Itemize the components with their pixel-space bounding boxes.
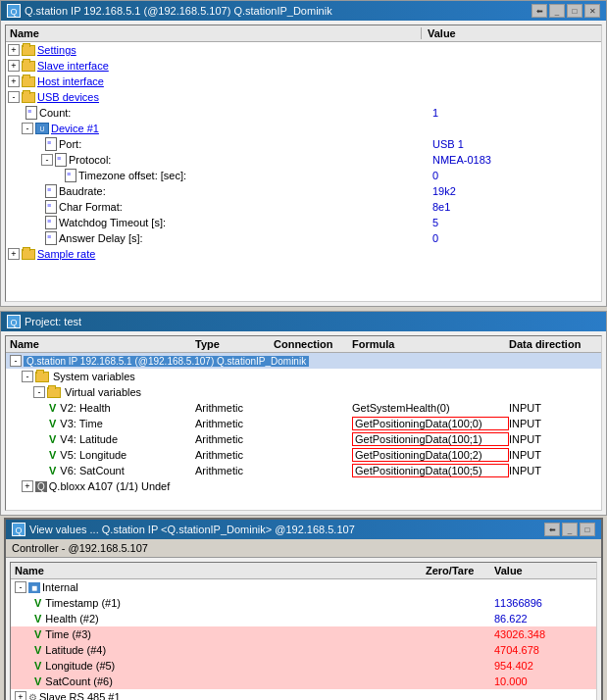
tree-row-count[interactable]: Count: 1 xyxy=(6,105,601,121)
proj-row-qbloxx[interactable]: + Q Q.bloxx A107 (1/1) Undef xyxy=(6,478,601,494)
proj-row-sysvars[interactable]: - System variables xyxy=(6,369,601,384)
formula-v5: GetPositioningData(100;2) xyxy=(352,448,509,462)
doc-icon-count xyxy=(25,106,37,120)
vv-row-time3[interactable]: V Time (#3) 43026.348 xyxy=(11,626,596,642)
proj-row-virtvars[interactable]: - Virtual variables xyxy=(6,384,601,400)
value-baudrate: 19k2 xyxy=(425,185,601,197)
expand-samplerate[interactable]: + xyxy=(8,248,20,260)
expand-slave-rs[interactable]: + xyxy=(15,691,26,700)
vv-table-header: Name Zero/Tare Value xyxy=(11,563,596,579)
label-v6: V6: SatCount xyxy=(60,465,124,476)
proj-row-v2[interactable]: V V2: Health Arithmetic GetSystemHealth(… xyxy=(6,400,601,416)
expand-slave[interactable]: + xyxy=(8,60,20,72)
label-qbloxx: Q.bloxx A107 (1/1) Undef xyxy=(49,480,171,492)
window-close-btn[interactable]: ✕ xyxy=(584,4,600,18)
proj-header-name: Name xyxy=(10,338,195,350)
v-icon-v5: V xyxy=(49,449,56,461)
label-sat: SatCount (#6) xyxy=(45,675,112,687)
tree-row-settings[interactable]: + Settings xyxy=(6,42,601,58)
internal-root-label: Internal xyxy=(42,581,78,593)
expand-virtvars[interactable]: - xyxy=(33,386,45,398)
folder-icon-samplerate xyxy=(22,249,35,260)
window-back-btn[interactable]: ⬅ xyxy=(531,4,547,18)
label-health: Health (#2) xyxy=(45,613,98,625)
vv-row-slave[interactable]: + ⚙ Slave RS 485 #1 xyxy=(11,689,596,700)
tree-row-device1[interactable]: - U Device #1 xyxy=(6,121,601,136)
proj-root-row[interactable]: - Q.station IP 192.168.5.1 (@192.168.5.1… xyxy=(6,353,601,369)
header-value: Value xyxy=(421,27,597,39)
vv-row-sat[interactable]: V SatCount (#6) 10.000 xyxy=(11,674,596,689)
tree-row-protocol[interactable]: - Protocol: NMEA-0183 xyxy=(6,152,601,168)
window-minimize-btn[interactable]: _ xyxy=(549,4,565,18)
vv-row-health[interactable]: V Health (#2) 86.622 xyxy=(11,611,596,626)
tree-row-watchdog[interactable]: Watchdog Timeout [s]: 5 xyxy=(6,215,601,230)
label-settings[interactable]: Settings xyxy=(37,44,76,56)
expand-qbloxx[interactable]: + xyxy=(22,480,33,492)
v-icon-lat: V xyxy=(34,644,41,656)
vv-row-internal[interactable]: - ■ Internal xyxy=(11,579,596,595)
doc-icon-port xyxy=(45,137,57,151)
tree-row-timezone[interactable]: Timezone offset: [sec]: 0 xyxy=(6,168,601,183)
tree-row-slave[interactable]: + Slave interface xyxy=(6,58,601,74)
label-host[interactable]: Host interface xyxy=(37,75,104,87)
vv-header-value: Value xyxy=(494,565,592,576)
label-samplerate[interactable]: Sample rate xyxy=(37,248,95,260)
type-v3: Arithmetic xyxy=(195,418,274,429)
expand-usb[interactable]: - xyxy=(8,91,20,103)
top-window-title: Q.station IP 192.168.5.1 (@192.168.5.107… xyxy=(25,5,332,17)
folder-icon-settings xyxy=(22,45,35,56)
tree-row-port[interactable]: Port: USB 1 xyxy=(6,136,601,152)
doc-icon-baudrate xyxy=(45,184,57,198)
vv-maximize-btn[interactable]: □ xyxy=(580,523,595,536)
vv-minimize-btn[interactable]: _ xyxy=(562,523,578,536)
label-charformat: Char Format: xyxy=(59,201,123,213)
expand-internal[interactable]: - xyxy=(15,581,26,593)
label-baudrate: Baudrate: xyxy=(59,185,106,197)
label-v3: V3: Time xyxy=(60,418,102,429)
formula-v2: GetSystemHealth(0) xyxy=(352,402,509,414)
dir-v5: INPUT xyxy=(509,449,597,461)
value-count: 1 xyxy=(425,107,601,119)
expand-sysvars[interactable]: - xyxy=(22,371,33,382)
value-answerdelay: 0 xyxy=(425,232,601,244)
label-v5: V5: Longitude xyxy=(60,449,126,461)
expand-device1[interactable]: - xyxy=(22,123,33,134)
label-usb[interactable]: USB devices xyxy=(37,91,99,103)
vv-row-lat[interactable]: V Latitude (#4) 4704.678 xyxy=(11,642,596,658)
expand-host[interactable]: + xyxy=(8,75,20,87)
expand-settings[interactable]: + xyxy=(8,44,20,56)
label-device1[interactable]: Device #1 xyxy=(51,123,99,134)
expand-root[interactable]: - xyxy=(10,355,22,367)
project-window-icon: Q xyxy=(7,315,21,328)
folder-icon-host xyxy=(22,76,35,87)
dir-v6: INPUT xyxy=(509,465,597,476)
tree-row-answerdelay[interactable]: Answer Delay [s]: 0 xyxy=(6,230,601,246)
value-lat: 4704.678 xyxy=(494,644,592,656)
top-window: Q Q.station IP 192.168.5.1 (@192.168.5.1… xyxy=(0,0,607,307)
vv-controller-label: Controller - @192.168.5.107 xyxy=(6,539,601,558)
expand-protocol[interactable]: - xyxy=(41,154,53,166)
proj-row-v3[interactable]: V V3: Time Arithmetic GetPositioningData… xyxy=(6,416,601,431)
label-count: Count: xyxy=(39,107,71,119)
tree-row-charformat[interactable]: Char Format: 8e1 xyxy=(6,199,601,215)
value-port: USB 1 xyxy=(425,138,601,150)
vv-back-btn[interactable]: ⬅ xyxy=(544,523,560,536)
vv-titlebar: Q View values ... Q.station IP <Q.statio… xyxy=(6,520,601,539)
label-slave[interactable]: Slave interface xyxy=(37,60,109,72)
vv-row-lon[interactable]: V Longitude (#5) 954.402 xyxy=(11,658,596,674)
root-label: Q.station IP 192.168.5.1 (@192.168.5.107… xyxy=(24,356,309,367)
tree-row-host[interactable]: + Host interface xyxy=(6,74,601,89)
proj-row-v5[interactable]: V V5: Longitude Arithmetic GetPositionin… xyxy=(6,447,601,463)
doc-icon-answerdelay xyxy=(45,231,57,245)
tree-row-baudrate[interactable]: Baudrate: 19k2 xyxy=(6,183,601,199)
label-lon: Longitude (#5) xyxy=(45,660,115,672)
proj-row-v6[interactable]: V V6: SatCount Arithmetic GetPositioning… xyxy=(6,463,601,478)
value-protocol: NMEA-0183 xyxy=(425,154,601,166)
vv-row-ts[interactable]: V Timestamp (#1) 11366896 xyxy=(11,595,596,611)
project-window: Q Project: test Name Type Connection For… xyxy=(0,311,607,516)
vv-controls: ⬅ _ □ xyxy=(544,523,595,536)
proj-row-v4[interactable]: V V4: Latitude Arithmetic GetPositioning… xyxy=(6,431,601,447)
window-maximize-btn[interactable]: □ xyxy=(567,4,582,18)
tree-row-usb[interactable]: - USB devices xyxy=(6,89,601,105)
tree-row-samplerate[interactable]: + Sample rate xyxy=(6,246,601,262)
